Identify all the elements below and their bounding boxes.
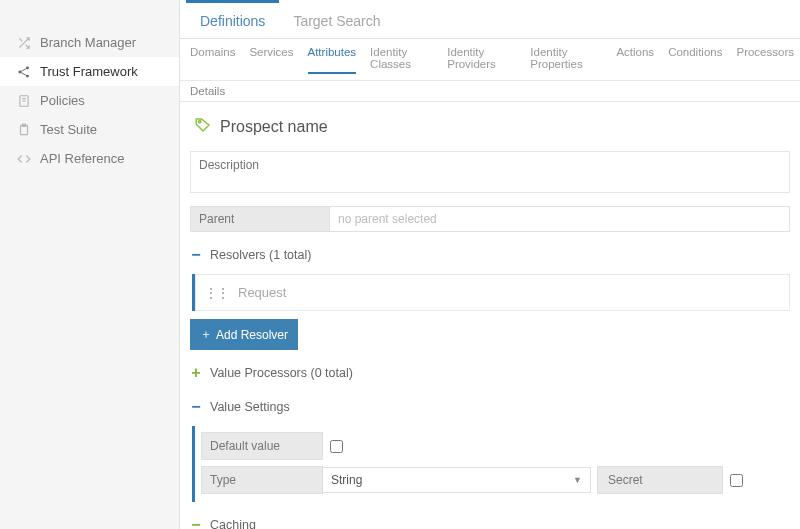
subtab-identity-properties[interactable]: Identity Properties <box>530 46 602 74</box>
type-row: Type String ▼ Secret <box>195 466 790 494</box>
tab-target-search[interactable]: Target Search <box>279 0 394 38</box>
default-value-checkbox[interactable] <box>330 440 343 453</box>
parent-value[interactable]: no parent selected <box>330 206 790 232</box>
nav-trust-framework[interactable]: Trust Framework <box>0 57 179 86</box>
section-title: Caching <box>210 518 256 529</box>
nav-branch-manager[interactable]: Branch Manager <box>0 28 179 57</box>
drag-handle-icon[interactable]: ⋮⋮ <box>204 290 228 296</box>
subtab-identity-classes[interactable]: Identity Classes <box>370 46 433 74</box>
value-processors-header[interactable]: + Value Processors (0 total) <box>190 362 790 384</box>
nav-label: Trust Framework <box>40 64 138 79</box>
caching-header[interactable]: − Caching <box>190 514 790 529</box>
parent-row: Parent no parent selected <box>190 206 790 232</box>
subtab-actions[interactable]: Actions <box>616 46 654 74</box>
section-value-settings: − Value Settings Default value Type Stri… <box>190 396 790 502</box>
collapse-icon: − <box>190 516 202 529</box>
top-tabs: Definitions Target Search <box>180 0 800 39</box>
resolver-item[interactable]: ⋮⋮ Request <box>195 274 790 311</box>
nav-label: Branch Manager <box>40 35 136 50</box>
nav-label: Policies <box>40 93 85 108</box>
nav-label: API Reference <box>40 151 125 166</box>
chevron-down-icon: ▼ <box>573 475 582 485</box>
collapse-icon: − <box>190 398 202 416</box>
add-resolver-label: Add Resolver <box>216 328 288 342</box>
add-resolver-button[interactable]: ＋ Add Resolver <box>190 319 298 350</box>
page-title: Prospect name <box>220 118 328 136</box>
subtab-conditions[interactable]: Conditions <box>668 46 722 74</box>
section-resolvers: − Resolvers (1 total) ⋮⋮ Request ＋ Add R… <box>190 244 790 350</box>
value-settings-block: Default value Type String ▼ Secret <box>192 426 790 502</box>
plus-icon: ＋ <box>200 326 212 343</box>
details-header: Details <box>180 81 800 102</box>
default-value-row: Default value <box>195 432 790 460</box>
nav-api-reference[interactable]: API Reference <box>0 144 179 173</box>
type-select[interactable]: String ▼ <box>323 467 591 493</box>
svg-point-6 <box>199 121 201 123</box>
sub-tabs: Domains Services Attributes Identity Cla… <box>180 39 800 81</box>
resolvers-header[interactable]: − Resolvers (1 total) <box>190 244 790 266</box>
subtab-identity-providers[interactable]: Identity Providers <box>447 46 516 74</box>
secret-checkbox[interactable] <box>730 474 743 487</box>
nav-test-suite[interactable]: Test Suite <box>0 115 179 144</box>
share-icon <box>14 65 34 79</box>
subtab-services[interactable]: Services <box>249 46 293 74</box>
section-title: Value Settings <box>210 400 290 414</box>
value-settings-header[interactable]: − Value Settings <box>190 396 790 418</box>
document-icon <box>14 94 34 108</box>
content-scroll[interactable]: Prospect name Parent no parent selected … <box>180 102 800 529</box>
parent-label: Parent <box>190 206 330 232</box>
expand-icon: + <box>190 364 202 382</box>
tag-icon <box>194 116 212 137</box>
subtab-attributes[interactable]: Attributes <box>308 46 357 74</box>
tab-definitions[interactable]: Definitions <box>186 0 279 38</box>
section-value-processors: + Value Processors (0 total) <box>190 362 790 384</box>
section-title: Resolvers (1 total) <box>210 248 311 262</box>
description-input[interactable] <box>190 151 790 193</box>
resolver-name: Request <box>238 285 286 300</box>
clipboard-icon <box>14 123 34 137</box>
section-caching: − Caching Cache Strategy No Caching ▼ <box>190 514 790 529</box>
code-icon <box>14 152 34 166</box>
nav-policies[interactable]: Policies <box>0 86 179 115</box>
section-title: Value Processors (0 total) <box>210 366 353 380</box>
sidebar: Branch Manager Trust Framework Policies … <box>0 0 180 529</box>
title-row: Prospect name <box>190 112 790 151</box>
subtab-processors[interactable]: Processors <box>736 46 794 74</box>
subtab-domains[interactable]: Domains <box>190 46 235 74</box>
type-label: Type <box>201 466 323 494</box>
shuffle-icon <box>14 36 34 50</box>
type-value: String <box>331 473 362 487</box>
nav-label: Test Suite <box>40 122 97 137</box>
collapse-icon: − <box>190 246 202 264</box>
resolvers-block: ⋮⋮ Request <box>192 274 790 311</box>
secret-label: Secret <box>597 466 723 494</box>
main-area: Definitions Target Search Domains Servic… <box>180 0 800 529</box>
default-value-label: Default value <box>201 432 323 460</box>
